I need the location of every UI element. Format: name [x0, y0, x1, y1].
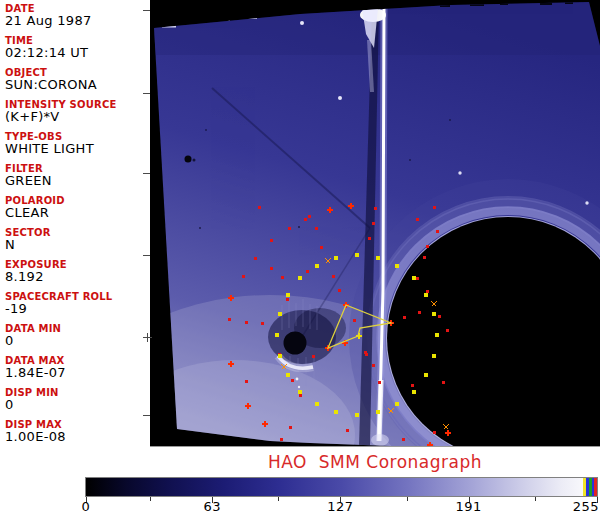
fiducial-dot-yellow: [435, 333, 439, 337]
colorbar-minor-tick: [150, 497, 151, 501]
app-window: DATE 21 Aug 1987 TIME 02:12:14 UT OBJECT…: [0, 0, 600, 512]
fiducial-dot-red: [346, 429, 349, 432]
fiducial-dot-red: [353, 319, 356, 322]
fiducial-dot-red: [436, 230, 439, 233]
fiducial-dot-yellow: [298, 276, 302, 280]
fiducial-dot-red: [372, 222, 375, 225]
fiducial-dot-red: [446, 329, 449, 332]
fiducial-dot-red: [416, 218, 419, 221]
fiducial-dot-red: [332, 275, 335, 278]
fiducial-dot-red: [270, 239, 273, 242]
fiducial-dot-red: [426, 290, 429, 293]
field-value: 0: [5, 334, 150, 348]
field-label: DISP MIN: [5, 387, 150, 398]
fiducial-dot-yellow: [334, 256, 338, 260]
metadata-field-data-max: DATA MAX 1.84E-07: [5, 355, 150, 380]
fiducial-dot-red: [411, 384, 414, 387]
fiducial-dot-yellow: [286, 373, 290, 377]
metadata-field-intensity-source: INTENSITY SOURCE (K+F)*V: [5, 99, 150, 124]
fiducial-dot-red: [308, 215, 311, 218]
metadata-field-disp-max: DISP MAX 1.00E-08: [5, 419, 150, 444]
fiducial-dot-red: [338, 289, 341, 292]
fiducial-dot-red: [254, 257, 257, 260]
fiducial-dot-yellow: [355, 253, 359, 257]
fiducial-dot-red: [242, 275, 245, 278]
field-value: 02:12:14 UT: [5, 46, 150, 60]
axis-tick-left: [143, 10, 150, 11]
field-value: GREEN: [5, 174, 150, 188]
fiducial-dot-yellow: [355, 413, 359, 417]
fiducial-dot-red: [378, 381, 381, 384]
fiducial-dot-yellow: [275, 333, 279, 337]
axis-cross-left: [147, 333, 148, 342]
axis-tick-left: [143, 173, 150, 174]
fiducial-dot-yellow: [334, 410, 338, 414]
fiducial-dot-red: [304, 218, 307, 221]
fiducial-dot-red: [312, 355, 315, 358]
field-value: 21 Aug 1987: [5, 14, 150, 28]
axis-tick-left: [143, 255, 150, 256]
field-value: 1.84E-07: [5, 366, 150, 380]
image-title: HAO SMM Coronagraph: [150, 453, 600, 471]
colorbar-label: 255: [573, 499, 599, 512]
coronagraph-viewport: [150, 0, 600, 446]
fiducial-dot-red: [281, 276, 284, 279]
fiducial-dot-red: [258, 206, 261, 209]
metadata-field-data-min: DATA MIN 0: [5, 323, 150, 348]
fiducial-dot-red: [228, 318, 231, 321]
metadata-field-object: OBJECT SUN:CORONA: [5, 67, 150, 92]
coronagraph-image: [150, 0, 600, 446]
colorbar-minor-tick: [535, 497, 536, 501]
fiducial-dot-yellow: [432, 312, 436, 316]
field-value: 8.192: [5, 270, 150, 284]
fiducial-dot-yellow: [376, 256, 380, 260]
colorbar-gradient: [85, 477, 598, 497]
fiducial-dot-yellow: [286, 293, 290, 297]
fiducial-dot-yellow: [278, 312, 282, 316]
fiducial-dot-yellow: [395, 264, 399, 268]
fiducial-dot-red: [291, 379, 294, 382]
field-value: 1.00E-08: [5, 430, 150, 444]
fiducial-dot-red: [433, 206, 436, 209]
field-value: WHITE LIGHT: [5, 142, 150, 156]
fiducial-dot-yellow: [412, 390, 416, 394]
metadata-field-exposure: EXPOSURE 8.192: [5, 259, 150, 284]
axis-tick-left: [143, 93, 150, 94]
metadata-field-spacecraft-roll: SPACECRAFT ROLL -19: [5, 291, 150, 316]
fiducial-dot-red: [286, 298, 289, 301]
fiducial-dot-red: [372, 364, 375, 367]
fiducial-dot-red: [270, 267, 273, 270]
metadata-field-time: TIME 02:12:14 UT: [5, 35, 150, 60]
fiducial-dot-red: [306, 270, 309, 273]
fiducial-dot-red: [280, 438, 283, 441]
field-label: DATA MIN: [5, 323, 150, 334]
colorbar-minor-tick: [407, 497, 408, 501]
metadata-field-date: DATE 21 Aug 1987: [5, 3, 150, 28]
fiducial-dot-red: [418, 311, 421, 314]
colorbar-label: 63: [203, 499, 221, 512]
fiducial-dot-red: [315, 227, 318, 230]
fiducial-dot-red: [365, 353, 368, 356]
fiducial-dot-yellow: [315, 264, 319, 268]
fiducial-dot-red: [374, 207, 377, 210]
fiducial-dot-red: [289, 426, 292, 429]
fiducial-dot-red: [403, 316, 406, 319]
fiducial-dot-yellow: [424, 373, 428, 377]
colorbar-minor-tick: [278, 497, 279, 501]
metadata-field-filter: FILTER GREEN: [5, 163, 150, 188]
fiducial-dot-red: [416, 277, 419, 280]
fiducial-dot-yellow: [298, 390, 302, 394]
fiducial-dot-red: [245, 380, 248, 383]
field-value: 0: [5, 398, 150, 412]
field-value: SUN:CORONA: [5, 78, 150, 92]
colorbar-stripe: [594, 478, 597, 496]
colorbar-label: 127: [327, 499, 353, 512]
fiducial-dot-red: [442, 381, 445, 384]
fiducial-dot-red: [320, 246, 323, 249]
field-value: CLEAR: [5, 206, 150, 220]
fiducial-dot-yellow: [432, 354, 436, 358]
metadata-field-type-obs: TYPE-OBS WHITE LIGHT: [5, 131, 150, 156]
fiducial-dot-yellow: [412, 276, 416, 280]
colorbar-label: 0: [82, 499, 91, 512]
axis-tick-left: [143, 415, 150, 416]
